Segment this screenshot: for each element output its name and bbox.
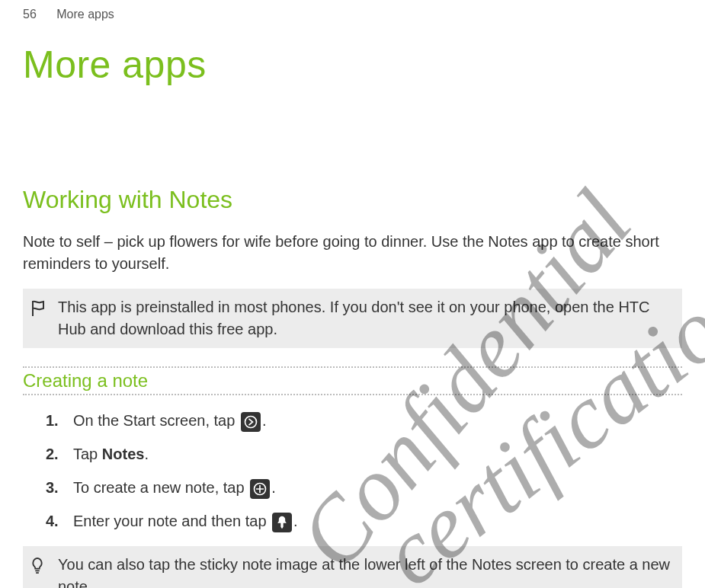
preinstall-text: This app is preinstalled in most phones.…	[58, 296, 671, 340]
list-item: 4. Enter your note and then tap .	[46, 510, 682, 532]
page-number: 56	[23, 8, 37, 21]
list-item: 2. Tap Notes.	[46, 443, 682, 465]
divider-bottom	[23, 394, 682, 395]
step-number: 3.	[46, 476, 62, 499]
plus-circle-icon	[250, 479, 270, 499]
header-section: More apps	[56, 8, 114, 21]
subsection-heading: Creating a note	[23, 368, 682, 394]
section-heading: Working with Notes	[23, 186, 682, 214]
step-text: On the Start screen, tap .	[73, 409, 266, 432]
pin-icon	[272, 513, 292, 532]
list-item: 1. On the Start screen, tap .	[46, 409, 682, 432]
subsection: Creating a note	[23, 366, 682, 395]
step-text: Tap Notes.	[73, 443, 149, 465]
flag-icon	[29, 299, 47, 318]
tip-text: You can also tap the sticky note image a…	[58, 554, 671, 588]
list-item: 3. To create a new note, tap .	[46, 476, 682, 499]
running-header: 56 More apps	[23, 8, 682, 21]
intro-paragraph: Note to self – pick up flowers for wife …	[23, 231, 682, 275]
svg-point-0	[245, 416, 256, 427]
step-number: 1.	[46, 409, 62, 432]
step-text: To create a new note, tap .	[73, 476, 276, 499]
arrow-right-circle-icon	[241, 412, 261, 432]
preinstall-callout: This app is preinstalled in most phones.…	[23, 289, 682, 348]
step-number: 2.	[46, 443, 62, 465]
tip-callout: You can also tap the sticky note image a…	[23, 546, 682, 588]
steps-list: 1. On the Start screen, tap . 2. Tap Not…	[23, 409, 682, 532]
step-number: 4.	[46, 510, 62, 532]
lightbulb-icon	[29, 557, 47, 575]
document-page: 56 More apps More apps Working with Note…	[0, 0, 705, 588]
step-text: Enter your note and then tap .	[73, 510, 298, 532]
page-title: More apps	[23, 43, 682, 87]
